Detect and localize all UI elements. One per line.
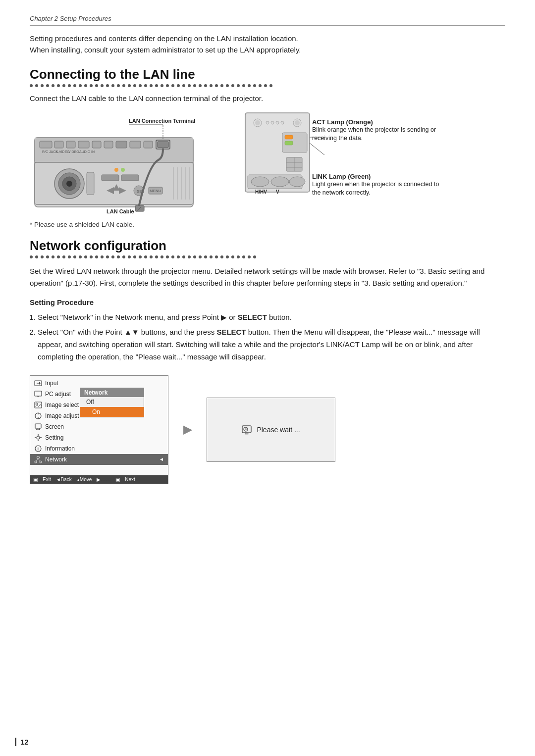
menu-item-input[interactable]: Input — [30, 378, 168, 389]
dot — [57, 84, 60, 87]
procedure-step-2: Select "On" with the Point ▲▼ buttons, a… — [38, 326, 505, 363]
image-adjust-icon — [34, 412, 42, 420]
dot — [62, 84, 65, 87]
svg-rect-74 — [35, 391, 42, 396]
dot — [144, 84, 147, 87]
dot — [177, 255, 180, 258]
svg-rect-57 — [285, 135, 293, 139]
dot — [259, 84, 262, 87]
dot — [95, 84, 98, 87]
page-container: Chapter 2 Setup Procedures Setting proce… — [0, 0, 535, 756]
select-bold: SELECT — [238, 313, 267, 321]
dot — [226, 84, 229, 87]
menu-item-setting[interactable]: Setting — [30, 432, 168, 443]
dot — [128, 84, 131, 87]
dot — [106, 255, 109, 258]
dot — [79, 84, 82, 87]
svg-rect-9 — [130, 141, 141, 148]
svg-rect-3 — [54, 141, 63, 148]
dot — [253, 255, 256, 258]
dot — [182, 255, 185, 258]
dot — [171, 255, 174, 258]
input-label: Input — [45, 380, 58, 387]
menu-next-label: Next — [125, 477, 135, 482]
dot — [35, 255, 38, 258]
dot — [111, 84, 114, 87]
dot — [210, 255, 213, 258]
svg-rect-6 — [92, 141, 101, 148]
svg-point-94 — [40, 461, 42, 463]
link-lamp-title: LINK Lamp (Green) — [312, 173, 441, 180]
dot — [226, 255, 229, 258]
dot — [171, 84, 174, 87]
dot — [79, 255, 82, 258]
right-diagram-area: H/HV V ACT Lamp (Orange) Blink orange wh… — [243, 110, 505, 198]
dot — [188, 84, 191, 87]
svg-point-92 — [37, 456, 40, 458]
dot — [139, 255, 142, 258]
dot — [220, 255, 223, 258]
svg-point-67 — [271, 177, 289, 187]
svg-rect-10 — [144, 141, 153, 148]
svg-point-93 — [35, 461, 37, 463]
svg-point-99 — [245, 428, 247, 430]
svg-point-85 — [37, 436, 40, 439]
select-bold-2: SELECT — [216, 328, 246, 336]
dot — [220, 84, 223, 87]
dot — [30, 255, 33, 258]
screen-label: Screen — [45, 423, 64, 430]
dot — [122, 84, 125, 87]
svg-rect-30 — [102, 175, 119, 181]
menu-item-screen[interactable]: Screen — [30, 421, 168, 432]
dot — [193, 84, 196, 87]
projector-illustration: R/C JACK S-VIDEO VIDEO AUDIO IN — [30, 110, 223, 214]
dot — [133, 255, 136, 258]
dot — [188, 255, 191, 258]
svg-rect-7 — [104, 141, 113, 148]
network-label: Network — [45, 456, 67, 463]
ui-screenshots-area: Input PC adjust — [30, 375, 505, 484]
menu-item-network[interactable]: Network ◄ — [30, 454, 168, 465]
menu-exit-label: Exit — [43, 477, 51, 482]
svg-point-51 — [271, 121, 274, 124]
svg-text:AUDIO IN: AUDIO IN — [79, 150, 95, 153]
svg-point-53 — [281, 121, 284, 124]
dot — [160, 84, 163, 87]
dot — [139, 84, 142, 87]
pc-adjust-label: PC adjust — [45, 391, 71, 398]
svg-rect-2 — [40, 141, 52, 148]
act-lamp-desc: Blink orange when the projector is sendi… — [312, 126, 441, 143]
dot — [117, 84, 120, 87]
please-wait-box: Please wait ... — [207, 398, 335, 462]
dot — [166, 84, 169, 87]
dot — [106, 84, 109, 87]
dot — [242, 255, 245, 258]
dot — [155, 84, 158, 87]
intro-text-line2: When installing, consult your system adm… — [30, 46, 301, 54]
image-adjust-label: Image adjust — [45, 412, 79, 419]
section1-intro: Connect the LAN cable to the LAN connect… — [30, 94, 505, 102]
submenu-on[interactable]: On — [80, 407, 144, 417]
pc-adjust-icon — [34, 390, 42, 398]
svg-point-42 — [121, 168, 125, 172]
chapter-header: Chapter 2 Setup Procedures — [30, 15, 505, 26]
submenu-popup: Network Off On — [80, 388, 144, 417]
svg-rect-100 — [245, 433, 248, 434]
dot — [46, 84, 49, 87]
dot — [101, 84, 104, 87]
dot — [199, 255, 202, 258]
shielded-note: * Please use a shielded LAN cable. — [30, 221, 505, 228]
network-icon — [34, 455, 42, 463]
lamp-labels: ACT Lamp (Orange) Blink orange when the … — [312, 118, 441, 198]
submenu-off[interactable]: Off — [80, 397, 144, 407]
procedure-title: Setting Procedure — [30, 298, 505, 306]
dot — [155, 255, 158, 258]
svg-text:LAN Cable: LAN Cable — [107, 208, 134, 214]
dot — [90, 84, 93, 87]
svg-point-52 — [276, 121, 279, 124]
dot — [166, 255, 169, 258]
svg-text:S-VIDEO: S-VIDEO — [55, 150, 70, 153]
menu-item-information[interactable]: i Information — [30, 443, 168, 454]
dot — [269, 84, 272, 87]
svg-rect-31 — [121, 175, 139, 181]
